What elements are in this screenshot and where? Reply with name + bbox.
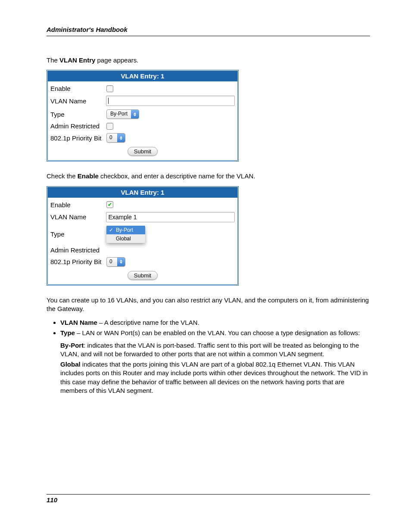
admin-restricted-label: Admin Restricted (50, 246, 106, 254)
bullet-list: VLAN Name – A descriptive name for the V… (47, 318, 370, 338)
priority-label: 802.1p Priority Bit (50, 258, 106, 265)
vlan-entry-panel-2: VLAN Entry: 1 Enable ✔ VLAN Name Example… (47, 186, 239, 286)
global-para: Global indicates that the ports joining … (60, 360, 370, 395)
text: – A descriptive name for the VLAN. (97, 319, 199, 326)
option-label: By-Port (116, 227, 133, 233)
type-select-open[interactable]: ✓ By-Port Global (106, 226, 145, 243)
list-item: VLAN Name – A descriptive name for the V… (60, 318, 370, 327)
vlan-name-label: VLAN Name (50, 213, 106, 221)
running-header: Administrator's Handbook (47, 26, 370, 33)
mid-instruction: Check the Enable checkbox, and enter a d… (47, 172, 370, 180)
text: Check the (47, 172, 78, 180)
text-bold: By-Port (60, 342, 84, 349)
enable-label: Enable (50, 201, 106, 208)
priority-select[interactable]: 0 (106, 133, 125, 143)
submit-button[interactable]: Submit (128, 147, 158, 156)
enable-checkbox[interactable]: ✔ (106, 201, 113, 208)
priority-select-value: 0 (107, 258, 117, 266)
vlan-entry-panel-1: VLAN Entry: 1 Enable VLAN Name Type By-P… (47, 70, 239, 162)
enable-checkbox[interactable] (106, 85, 113, 92)
text-cursor (108, 98, 109, 104)
admin-restricted-label: Admin Restricted (50, 122, 106, 130)
header-rule (47, 36, 370, 36)
type-option-byport[interactable]: ✓ By-Port (106, 226, 145, 234)
type-option-global[interactable]: Global (106, 234, 145, 243)
page-footer: 110 (47, 494, 370, 504)
vlan-name-input[interactable] (106, 96, 235, 106)
page-number: 110 (47, 496, 370, 504)
vlan-name-value: Example 1 (108, 214, 137, 221)
stepper-icon (117, 258, 125, 266)
priority-select-value: 0 (107, 134, 117, 142)
byport-para: By-Port: indicates that the VLAN is port… (60, 341, 370, 359)
type-label: Type (50, 230, 106, 238)
text: page appears. (95, 56, 138, 64)
type-label: Type (50, 111, 106, 118)
text: The (47, 56, 59, 64)
type-select[interactable]: By-Port (106, 109, 139, 119)
submit-button[interactable]: Submit (128, 271, 158, 280)
stepper-icon (117, 134, 125, 142)
text-bold: Global (60, 361, 81, 368)
text: – LAN or WAN Port(s) can be enabled on t… (75, 329, 360, 336)
text-bold: Type (60, 329, 75, 336)
enable-label: Enable (50, 85, 106, 92)
body-para: You can create up to 16 VLANs, and you c… (47, 296, 370, 314)
checkmark-icon: ✓ (109, 227, 113, 233)
list-item: Type – LAN or WAN Port(s) can be enabled… (60, 329, 370, 337)
checkmark-icon: ✔ (108, 202, 112, 208)
priority-label: 802.1p Priority Bit (50, 134, 106, 142)
text: checkbox, and enter a descriptive name f… (99, 172, 255, 180)
admin-restricted-checkbox[interactable] (106, 123, 113, 130)
vlan-name-label: VLAN Name (50, 97, 106, 105)
text-bold: VLAN Name (60, 319, 97, 326)
intro-line: The VLAN Entry page appears. (47, 56, 370, 65)
vlan-name-input[interactable]: Example 1 (106, 212, 235, 222)
priority-select[interactable]: 0 (106, 257, 125, 267)
panel-title: VLAN Entry: 1 (48, 71, 237, 81)
text: : indicates that the VLAN is port-based.… (60, 342, 359, 358)
text: indicates that the ports joining this VL… (60, 361, 367, 394)
text-bold: VLAN Entry (59, 56, 95, 64)
stepper-icon (131, 110, 139, 118)
option-label: Global (116, 236, 131, 242)
text-bold: Enable (78, 172, 99, 180)
type-select-value: By-Port (107, 110, 131, 118)
panel-title: VLAN Entry: 1 (48, 187, 237, 198)
footer-rule (47, 494, 370, 495)
